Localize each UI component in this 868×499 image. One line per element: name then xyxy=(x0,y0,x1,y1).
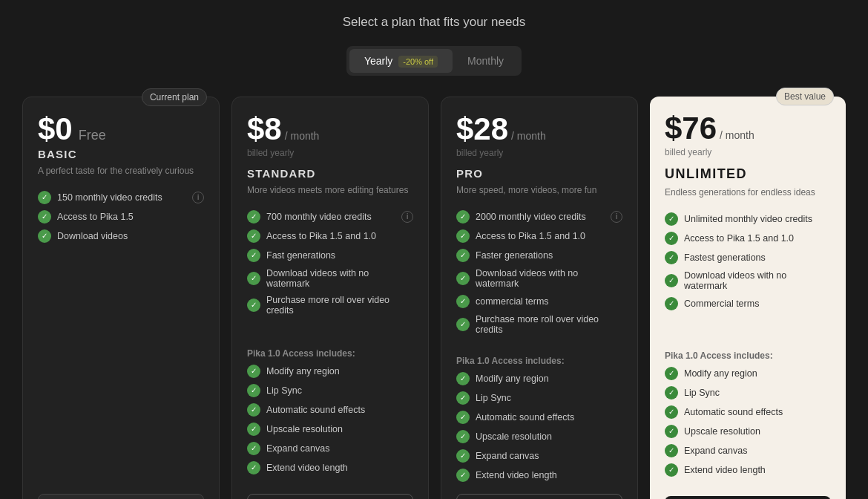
feature-text: Faster generations xyxy=(476,250,553,261)
plan-badge-unlimited: Best value xyxy=(776,88,834,105)
features-list-basic: ✓ 150 monthly video credits i ✓ Access t… xyxy=(38,191,204,482)
price-row-unlimited: $76/ month xyxy=(665,113,831,144)
pika-feature-text: Automatic sound effects xyxy=(684,407,783,417)
pika-feature-item: ✓ Lip Sync xyxy=(665,386,831,399)
check-icon: ✓ xyxy=(247,229,260,243)
feature-item: ✓ Access to Pika 1.5 and 1.0 xyxy=(247,229,413,243)
feature-text: Access to Pika 1.5 and 1.0 xyxy=(684,233,794,244)
pika-check-icon: ✓ xyxy=(665,463,678,477)
feature-text: Unlimited monthly video credits xyxy=(684,214,812,224)
pika-check-icon: ✓ xyxy=(456,430,470,443)
pika-feature-text: Upscale resolution xyxy=(684,426,760,437)
pika-check-icon: ✓ xyxy=(247,442,260,455)
pika-check-icon: ✓ xyxy=(665,425,678,438)
pika-feature-item: ✓ Automatic sound effects xyxy=(247,403,413,417)
info-icon[interactable]: i xyxy=(611,211,622,223)
feature-item: ✓ commercial terms xyxy=(456,295,622,308)
plan-card-basic: Current plan $0FreeBASICA perfect taste … xyxy=(22,97,220,499)
feature-item: ✓ Purchase more roll over video credits xyxy=(247,295,413,316)
feature-item: ✓ Download videos xyxy=(38,229,204,243)
price-amount-pro: $28 xyxy=(456,114,508,145)
plan-name-standard: STANDARD xyxy=(247,167,413,180)
pika-check-icon: ✓ xyxy=(665,444,678,457)
check-icon: ✓ xyxy=(247,272,260,285)
pika-check-icon: ✓ xyxy=(247,384,260,397)
pika-feature-text: Extend video length xyxy=(266,463,348,473)
pika-check-icon: ✓ xyxy=(456,391,470,405)
check-icon: ✓ xyxy=(456,272,470,285)
info-icon[interactable]: i xyxy=(192,192,204,203)
check-icon: ✓ xyxy=(665,212,678,226)
pika-features-list-pro: ✓ Modify any region ✓ Lip Sync ✓ Automat… xyxy=(456,372,622,482)
pika-feature-text: Automatic sound effects xyxy=(476,412,574,423)
pika-check-icon: ✓ xyxy=(665,405,678,419)
feature-item: ✓ Fast generations xyxy=(247,249,413,262)
pika-feature-text: Modify any region xyxy=(266,366,340,376)
feature-item: ✓ Download videos with no watermark xyxy=(665,270,831,291)
pika-feature-text: Lip Sync xyxy=(266,385,302,396)
price-row-pro: $28/ month xyxy=(456,114,622,145)
feature-text: Download videos with no watermark xyxy=(266,268,413,289)
price-amount-basic: $0 xyxy=(38,114,73,145)
features-list-standard: ✓ 700 monthly video credits i ✓ Access t… xyxy=(247,210,413,327)
feature-text: Commercial terms xyxy=(684,299,759,309)
pika-check-icon: ✓ xyxy=(456,469,470,482)
pika-feature-text: Automatic sound effects xyxy=(266,405,365,415)
plan-tagline-standard: More videos meets more editing features xyxy=(247,184,413,197)
subscribe-btn-pro[interactable]: Subscribe to Pro xyxy=(456,494,622,499)
billed-label-unlimited: billed yearly xyxy=(665,147,831,157)
plans-container: Current plan $0FreeBASICA perfect taste … xyxy=(22,97,846,499)
pika-check-icon: ✓ xyxy=(456,411,470,424)
feature-item: ✓ Fastest generations xyxy=(665,251,831,264)
billing-toggle: Yearly -20% off Monthly xyxy=(346,46,522,76)
pika-feature-item: ✓ Modify any region xyxy=(665,367,831,380)
price-suffix-basic: Free xyxy=(79,128,106,143)
check-icon: ✓ xyxy=(38,210,51,224)
plan-card-unlimited: Best value $76/ monthbilled yearlyUNLIMI… xyxy=(650,97,846,499)
feature-item: ✓ Faster generations xyxy=(456,249,622,262)
feature-item: ✓ 2000 monthly video credits i xyxy=(456,210,622,224)
pika-check-icon: ✓ xyxy=(665,367,678,380)
subscribe-btn-unlimited[interactable]: Subscribe to Unlimited xyxy=(665,496,831,499)
pika-feature-item: ✓ Lip Sync xyxy=(247,384,413,397)
price-period-unlimited: / month xyxy=(720,129,754,141)
features-list-pro: ✓ 2000 monthly video credits i ✓ Access … xyxy=(456,210,622,335)
feature-item: ✓ Purchase more roll over video credits xyxy=(456,314,622,335)
check-icon: ✓ xyxy=(456,295,470,308)
info-icon[interactable]: i xyxy=(401,211,413,223)
monthly-toggle[interactable]: Monthly xyxy=(453,49,519,73)
pika-feature-item: ✓ Expand canvas xyxy=(665,444,831,457)
pika-feature-text: Lip Sync xyxy=(476,393,511,403)
pika-feature-item: ✓ Lip Sync xyxy=(456,391,622,405)
pika-feature-item: ✓ Upscale resolution xyxy=(247,423,413,436)
feature-text: Download videos xyxy=(57,231,128,241)
check-icon: ✓ xyxy=(38,191,51,204)
pika-check-icon: ✓ xyxy=(456,449,470,463)
price-period-standard: / month xyxy=(285,130,320,142)
subscribe-btn-standard[interactable]: Subscribe to Standard xyxy=(247,494,413,499)
pika-feature-text: Modify any region xyxy=(476,374,549,384)
pika-section-label-pro: Pika 1.0 Access includes: xyxy=(456,356,622,366)
feature-text: Purchase more roll over video credits xyxy=(476,314,622,335)
plan-card-pro: $28/ monthbilled yearlyPROMore speed, mo… xyxy=(441,97,638,499)
check-icon: ✓ xyxy=(665,297,678,310)
subscribe-btn-basic[interactable]: Current plan xyxy=(38,494,204,499)
plan-name-basic: BASIC xyxy=(38,148,204,160)
feature-text: 700 monthly video credits xyxy=(266,212,372,222)
pika-feature-text: Upscale resolution xyxy=(476,431,552,442)
feature-text: Fastest generations xyxy=(684,252,766,263)
feature-item: ✓ Download videos with no watermark xyxy=(456,268,622,289)
plan-tagline-pro: More speed, more videos, more fun xyxy=(456,184,622,197)
pika-feature-text: Expand canvas xyxy=(476,451,539,461)
price-amount-standard: $8 xyxy=(247,114,282,145)
feature-text: Access to Pika 1.5 and 1.0 xyxy=(266,231,376,241)
pika-check-icon: ✓ xyxy=(247,403,260,417)
check-icon: ✓ xyxy=(665,274,678,287)
feature-text: 2000 monthly video credits xyxy=(476,212,586,222)
feature-text: Download videos with no watermark xyxy=(684,270,831,291)
pika-feature-item: ✓ Modify any region xyxy=(456,372,622,385)
pika-check-icon: ✓ xyxy=(247,365,260,378)
pika-feature-text: Lip Sync xyxy=(684,388,720,398)
yearly-toggle[interactable]: Yearly -20% off xyxy=(349,49,453,73)
pika-section-label-unlimited: Pika 1.0 Access includes: xyxy=(665,350,831,361)
